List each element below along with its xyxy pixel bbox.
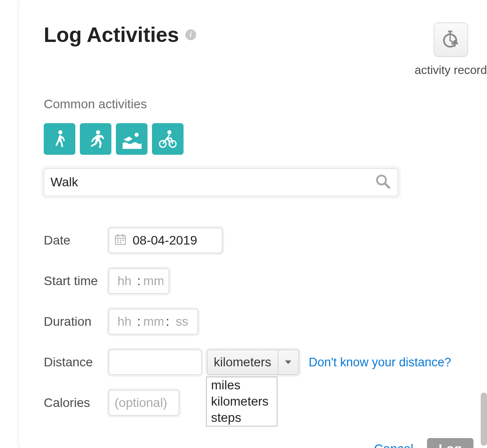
date-field[interactable] [109,228,222,253]
svg-rect-18 [122,234,124,237]
activity-record-label: activity record [415,63,487,77]
activity-tiles [44,123,487,155]
run-icon [86,129,106,149]
log-button[interactable]: Log [427,438,473,448]
calories-label: Calories [44,396,109,410]
distance-input[interactable] [115,355,196,369]
unit-option-miles[interactable]: miles [207,377,277,393]
svg-point-7 [58,130,62,134]
distance-unit-dropdown: miles kilometers steps [206,377,277,426]
start-time-label: Start time [44,274,109,288]
activity-tile-walk[interactable] [44,123,75,155]
activity-tile-run[interactable] [80,123,111,155]
common-activities-label: Common activities [44,97,487,111]
activity-record-col: activity record [415,23,487,77]
swim-icon [122,129,142,149]
distance-row: Distance kilometers miles kilometers ste… [44,350,487,375]
date-row: Date [44,228,487,253]
activity-search[interactable] [44,168,398,196]
svg-rect-20 [120,240,121,241]
calendar-icon[interactable] [115,234,126,247]
chevron-down-icon[interactable] [278,350,299,374]
distance-help-link[interactable]: Don't know your distance? [309,356,451,369]
time-sep: : [137,274,141,288]
activity-form: Date Start time : Duration : : [44,228,487,416]
activity-record-button[interactable] [434,23,468,57]
time-sep: : [137,314,141,329]
start-hh-input[interactable] [115,274,134,288]
distance-unit-select[interactable]: kilometers miles kilometers steps [207,350,299,375]
svg-rect-0 [448,31,452,32]
scrollbar-thumb[interactable] [481,393,487,446]
duration-hh-input[interactable] [115,314,134,329]
svg-point-9 [134,133,138,137]
svg-rect-22 [117,242,119,243]
svg-line-14 [385,184,389,188]
distance-label: Distance [44,355,109,369]
distance-field[interactable] [109,350,202,375]
svg-point-8 [96,130,100,134]
start-time-row: Start time : [44,268,487,294]
activity-tile-bike[interactable] [152,123,184,155]
activity-tile-swim[interactable] [116,123,147,155]
date-input[interactable] [133,233,214,248]
start-mm-input[interactable] [143,274,163,288]
bike-icon [158,129,178,149]
header-row: Log Activities i activity record [44,23,487,77]
svg-rect-17 [117,234,119,237]
activity-search-input[interactable] [51,175,375,189]
date-label: Date [44,233,109,248]
duration-field[interactable]: : : [109,309,198,334]
search-icon[interactable] [375,174,391,191]
distance-unit-value: kilometers [207,350,278,374]
duration-ss-input[interactable] [172,314,192,329]
start-time-field[interactable]: : [109,268,169,294]
stopwatch-add-icon [441,30,461,50]
svg-rect-23 [120,242,121,243]
unit-option-kilometers[interactable]: kilometers [207,393,277,410]
svg-rect-6 [451,42,458,44]
calories-field[interactable] [109,390,179,416]
title-wrap: Log Activities i [44,23,196,47]
time-sep: : [166,314,170,329]
info-icon[interactable]: i [185,29,196,40]
dialog-footer: Cancel Log [44,438,487,448]
svg-rect-21 [123,240,124,241]
duration-label: Duration [44,314,109,329]
cancel-button[interactable]: Cancel [374,442,413,448]
calories-input[interactable] [115,396,173,410]
duration-mm-input[interactable] [143,314,163,329]
svg-point-12 [167,130,171,134]
log-activities-panel: Log Activities i activity record [19,0,487,448]
walk-icon [50,129,69,149]
duration-row: Duration : : [44,309,487,334]
unit-option-steps[interactable]: steps [207,410,277,426]
svg-rect-19 [117,240,119,241]
page-title: Log Activities [44,23,179,47]
svg-line-4 [450,41,453,42]
